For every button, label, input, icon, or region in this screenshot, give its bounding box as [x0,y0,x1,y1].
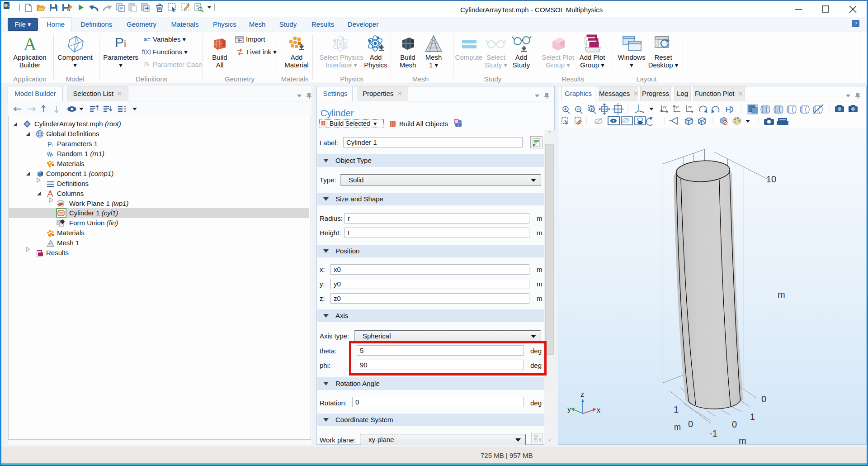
svg-text:10: 10 [766,174,776,184]
svg-text:m: m [739,436,746,444]
svg-text:Pi: Pi [47,141,53,148]
svg-text:0: 0 [688,419,693,429]
svg-text:z: z [580,390,584,398]
svg-text:1: 1 [750,412,755,422]
svg-text:1: 1 [674,404,679,414]
svg-text:m: m [674,423,681,432]
svg-text:0: 0 [732,419,737,429]
svg-text:x: x [597,406,600,414]
svg-text:xy: xy [663,105,666,109]
svg-text:yz: yz [675,105,679,109]
svg-text:-1: -1 [709,428,717,438]
svg-text:y: y [567,405,571,413]
svg-text:0: 0 [761,394,766,404]
svg-text:m: m [778,290,785,300]
svg-text:xz: xz [688,105,692,109]
